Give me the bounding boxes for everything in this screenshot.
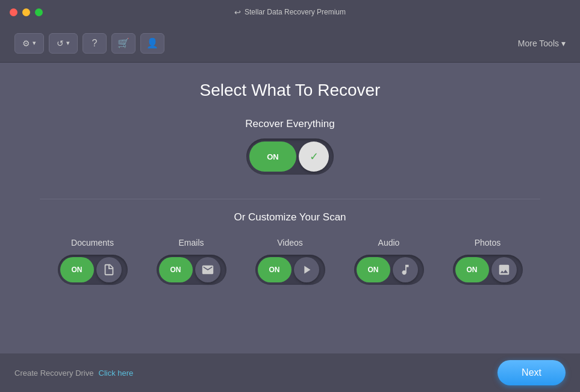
close-button[interactable] xyxy=(10,8,17,16)
history-icon: ↺ xyxy=(57,39,64,48)
cart-icon: 🛒 xyxy=(117,37,129,49)
page-title: Select What To Recover xyxy=(200,81,381,100)
back-arrow-icon: ↩ xyxy=(234,8,241,17)
customize-label: Or Customize Your Scan xyxy=(234,211,346,223)
recover-everything-label: Recover Everything xyxy=(245,118,334,130)
minimize-button[interactable] xyxy=(22,8,30,16)
window-controls xyxy=(10,8,43,16)
help-button[interactable]: ? xyxy=(83,33,107,54)
documents-toggle-on: ON xyxy=(60,257,94,282)
file-type-emails: Emails ON xyxy=(157,238,226,285)
file-type-documents: Documents ON xyxy=(58,238,128,285)
section-divider xyxy=(40,199,540,199)
file-type-photos: Photos ON xyxy=(453,238,523,285)
toolbar-left: ⚙ ▾ ↺ ▾ ? 🛒 👤 xyxy=(14,33,164,54)
help-icon: ? xyxy=(92,38,98,49)
toggle-on-label: ON xyxy=(249,142,296,172)
file-type-videos: Videos ON xyxy=(255,238,325,285)
emails-toggle[interactable]: ON xyxy=(157,255,226,285)
account-button[interactable]: 👤 xyxy=(140,33,164,54)
maximize-button[interactable] xyxy=(35,8,43,16)
photos-toggle-knob xyxy=(491,257,517,282)
history-dropdown-arrow: ▾ xyxy=(66,39,70,47)
documents-toggle-knob xyxy=(96,257,122,282)
next-button[interactable]: Next xyxy=(497,360,566,385)
bottom-bar: Create Recovery Drive Click here Next xyxy=(0,353,580,392)
cart-button[interactable]: 🛒 xyxy=(111,33,136,54)
file-types-row: Documents ON Emails ON xyxy=(58,238,523,285)
settings-dropdown-arrow: ▾ xyxy=(33,39,36,47)
file-type-audio: Audio ON xyxy=(354,238,424,285)
videos-toggle-on: ON xyxy=(258,257,292,282)
gear-icon: ⚙ xyxy=(22,39,30,48)
toolbar-right: More Tools ▾ xyxy=(518,39,566,48)
audio-toggle-on: ON xyxy=(357,257,390,282)
more-tools-chevron-icon: ▾ xyxy=(561,39,566,48)
email-icon xyxy=(201,263,214,276)
app-title: ↩ Stellar Data Recovery Premium xyxy=(234,8,346,17)
audio-label: Audio xyxy=(378,238,400,247)
audio-icon xyxy=(399,263,412,276)
emails-label: Emails xyxy=(178,238,204,247)
recover-everything-section: Recover Everything ON ✓ xyxy=(245,118,334,175)
audio-toggle-knob xyxy=(393,257,418,282)
documents-toggle[interactable]: ON xyxy=(58,255,128,285)
create-recovery-text: Create Recovery Drive xyxy=(14,369,94,378)
checkmark-icon: ✓ xyxy=(310,150,319,163)
videos-toggle-knob xyxy=(294,257,319,282)
account-icon: 👤 xyxy=(146,37,158,49)
settings-button[interactable]: ⚙ ▾ xyxy=(14,33,44,54)
toolbar: ⚙ ▾ ↺ ▾ ? 🛒 👤 More Tools ▾ xyxy=(0,24,580,63)
photos-toggle[interactable]: ON xyxy=(453,255,523,285)
emails-toggle-on: ON xyxy=(159,257,193,282)
video-icon xyxy=(300,263,313,276)
videos-label: Videos xyxy=(277,238,303,247)
more-tools-button[interactable]: More Tools ▾ xyxy=(518,39,566,48)
documents-label: Documents xyxy=(71,238,114,247)
click-here-link[interactable]: Click here xyxy=(99,369,134,378)
photos-label: Photos xyxy=(475,238,501,247)
history-button[interactable]: ↺ ▾ xyxy=(49,33,78,54)
photos-toggle-on: ON xyxy=(455,257,489,282)
emails-toggle-knob xyxy=(195,257,220,282)
recover-everything-toggle[interactable]: ON ✓ xyxy=(246,138,334,175)
videos-toggle[interactable]: ON xyxy=(255,255,325,285)
create-recovery-section: Create Recovery Drive Click here xyxy=(14,369,133,378)
audio-toggle[interactable]: ON xyxy=(354,255,424,285)
toggle-knob: ✓ xyxy=(299,142,329,172)
document-icon xyxy=(102,263,116,276)
main-content: Select What To Recover Recover Everythin… xyxy=(0,63,580,297)
photos-icon xyxy=(497,263,511,276)
titlebar: ↩ Stellar Data Recovery Premium xyxy=(0,0,580,24)
